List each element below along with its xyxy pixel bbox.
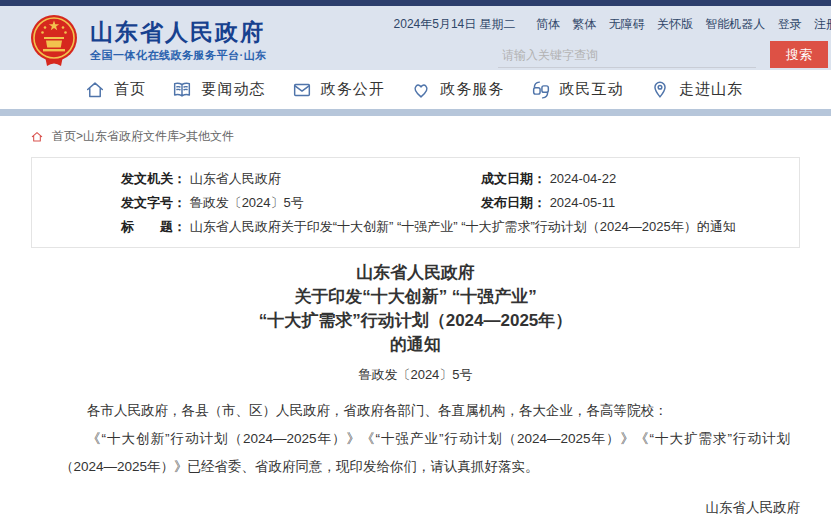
- document-title-line: 关于印发“十大创新” “十强产业”: [0, 285, 831, 309]
- doc-no-label: 发文字号：: [121, 195, 186, 210]
- chat-icon: [530, 79, 552, 101]
- nav-item-gov-services[interactable]: 政务服务: [410, 79, 504, 101]
- national-emblem-icon: [30, 14, 78, 68]
- publish-date-label: 发布日期：: [481, 195, 546, 210]
- nav-label: 要闻动态: [201, 80, 265, 99]
- breadcrumb-path: 首页>山东省政府文件库>其他文件: [52, 128, 234, 145]
- nav-item-gov-disclosure[interactable]: 政务公开: [291, 79, 385, 101]
- document-title-line: 山东省人民政府: [0, 261, 831, 285]
- site-subtitle: 全国一体化在线政务服务平台·山东: [90, 48, 267, 63]
- document-title-line: “十大扩需求”行动计划（2024—2025年）: [0, 309, 831, 333]
- title-value: 山东省人民政府关于印发“十大创新” “十强产业” “十大扩需求”行动计划（202…: [190, 219, 736, 234]
- issuing-org-value: 山东省人民政府: [190, 171, 281, 186]
- nav-label: 首页: [114, 80, 146, 99]
- mail-icon: [291, 79, 313, 101]
- site-logo[interactable]: 山东省人民政府 全国一体化在线政务服务平台·山东: [30, 14, 267, 68]
- nav-label: 政民互动: [560, 80, 624, 99]
- document-meta-panel: 发文机关： 山东省人民政府 成文日期： 2024-04-22 发文字号： 鲁政发…: [31, 157, 800, 248]
- title-label: 标 题：: [121, 219, 186, 234]
- document-body: 各市人民政府，各县（市、区）人民政府，省政府各部门、各直属机构，各大企业，各高等…: [60, 397, 790, 481]
- divider-band: [0, 109, 831, 116]
- map-pin-icon: [649, 79, 671, 101]
- breadcrumb-home-icon: [30, 130, 44, 144]
- home-icon: [84, 79, 106, 101]
- link-traditional[interactable]: 繁体: [572, 17, 596, 31]
- link-care-version[interactable]: 关怀版: [657, 17, 693, 31]
- link-register[interactable]: 注册: [814, 17, 831, 31]
- page: 山东省人民政府 全国一体化在线政务服务平台·山东 2024年5月14日 星期二 …: [0, 0, 831, 522]
- search-bar: 搜索: [498, 41, 828, 68]
- meta-row: 发文机关： 山东省人民政府 成文日期： 2024-04-22: [121, 167, 789, 191]
- nav-item-about-shandong[interactable]: 走进山东: [649, 79, 743, 101]
- document-title: 山东省人民政府 关于印发“十大创新” “十强产业” “十大扩需求”行动计划（20…: [0, 261, 831, 357]
- link-simplified[interactable]: 简体: [536, 17, 560, 31]
- nav-item-news[interactable]: 要闻动态: [171, 79, 265, 101]
- current-date: 2024年5月14日 星期二: [394, 17, 516, 31]
- site-title: 山东省人民政府: [90, 19, 267, 45]
- written-date-value: 2024-04-22: [550, 171, 617, 186]
- site-text: 山东省人民政府 全国一体化在线政务服务平台·山东: [90, 19, 267, 63]
- header-right: 2024年5月14日 星期二 简体 繁体 无障碍 关怀版 智能机器人 登录 注册…: [394, 16, 828, 68]
- signature-org: 山东省人民政府: [0, 494, 800, 521]
- link-accessibility[interactable]: 无障碍: [609, 17, 645, 31]
- nav-label: 政务公开: [321, 80, 385, 99]
- heart-icon: [410, 79, 432, 101]
- document-number: 鲁政发〔2024〕5号: [0, 366, 831, 384]
- search-button[interactable]: 搜索: [770, 41, 828, 68]
- nav-item-home[interactable]: 首页: [84, 79, 146, 101]
- breadcrumb[interactable]: 首页>山东省政府文件库>其他文件: [0, 116, 831, 155]
- nav-label: 走进山东: [679, 80, 743, 99]
- document-title-line: 的通知: [0, 333, 831, 357]
- search-input[interactable]: [498, 43, 756, 68]
- meta-row: 标 题： 山东省人民政府关于印发“十大创新” “十强产业” “十大扩需求”行动计…: [121, 215, 789, 239]
- link-login[interactable]: 登录: [778, 17, 802, 31]
- written-date-label: 成文日期：: [481, 171, 546, 186]
- main-nav: 首页 要闻动态 政务公开 政务服务 政民互动 走进山东: [0, 70, 831, 109]
- toplinks-row: 2024年5月14日 星期二 简体 繁体 无障碍 关怀版 智能机器人 登录 注册: [394, 16, 831, 33]
- publish-date-value: 2024-05-11: [550, 195, 616, 210]
- signature-block: 山东省人民政府 2024年4月22日: [0, 494, 800, 522]
- doc-no-value: 鲁政发〔2024〕5号: [190, 195, 304, 210]
- book-icon: [171, 79, 193, 101]
- site-header: 山东省人民政府 全国一体化在线政务服务平台·山东 2024年5月14日 星期二 …: [0, 6, 831, 70]
- body-paragraph: 各市人民政府，各县（市、区）人民政府，省政府各部门、各直属机构，各大企业，各高等…: [60, 397, 790, 425]
- meta-row: 发文字号： 鲁政发〔2024〕5号 发布日期： 2024-05-11: [121, 191, 789, 215]
- link-smart-robot[interactable]: 智能机器人: [705, 17, 765, 31]
- body-paragraph: 《“十大创新”行动计划（2024—2025年）》《“十强产业”行动计划（2024…: [60, 425, 790, 481]
- nav-item-interaction[interactable]: 政民互动: [530, 79, 624, 101]
- issuing-org-label: 发文机关：: [121, 171, 186, 186]
- nav-label: 政务服务: [440, 80, 504, 99]
